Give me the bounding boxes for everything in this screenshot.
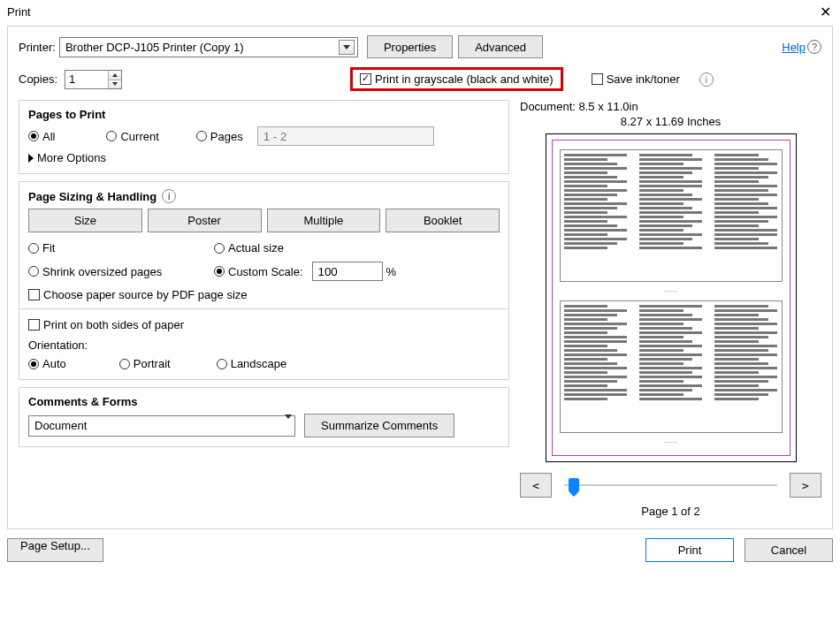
slider-thumb-icon[interactable]	[569, 478, 579, 492]
page-setup-button[interactable]: Page Setup...	[7, 538, 103, 562]
radio-all-label: All	[42, 130, 55, 143]
triangle-down-icon	[112, 82, 118, 86]
triangle-up-icon	[112, 73, 118, 77]
preview-caption-1: — — —	[560, 289, 783, 293]
mode-poster-button[interactable]: Poster	[148, 209, 262, 232]
print-button[interactable]: Print	[645, 538, 734, 562]
grayscale-highlight: Print in grayscale (black and white)	[350, 67, 563, 91]
info-icon[interactable]: i	[699, 72, 714, 87]
paper-dimensions-label: 8.27 x 11.69 Inches	[621, 115, 721, 128]
printer-selected-value: Brother DCP-J105 Printer (Copy 1)	[65, 41, 244, 54]
radio-orient-portrait[interactable]	[119, 359, 130, 369]
saveink-checkbox[interactable]	[592, 73, 603, 85]
radio-pages[interactable]	[196, 131, 207, 141]
print-preview: — — —	[546, 133, 797, 462]
preview-next-button[interactable]: >	[790, 473, 821, 498]
duplex-checkbox[interactable]	[28, 319, 40, 331]
mode-multiple-button[interactable]: Multiple	[267, 209, 381, 232]
orientation-label: Orientation:	[28, 338, 500, 352]
pages-to-print-panel: Pages to Print All Current Pages More Op…	[19, 100, 509, 174]
sizing-title: Page Sizing & Handling	[28, 190, 157, 203]
radio-pages-label: Pages	[210, 130, 243, 143]
radio-custom-scale[interactable]	[214, 266, 225, 277]
comments-selected-value: Document	[34, 419, 87, 432]
radio-actual-label: Actual size	[228, 241, 284, 255]
preview-column: Document: 8.5 x 11.0in 8.27 x 11.69 Inch…	[520, 100, 821, 518]
printer-label: Printer:	[19, 41, 56, 54]
radio-orient-landscape[interactable]	[217, 359, 227, 369]
mode-booklet-button[interactable]: Booklet	[386, 209, 500, 232]
summarize-comments-button[interactable]: Summarize Comments	[304, 414, 454, 437]
radio-current[interactable]	[106, 131, 117, 141]
radio-current-label: Current	[120, 130, 158, 143]
pages-to-print-title: Pages to Print	[28, 108, 500, 121]
radio-shrink-label: Shrink oversized pages	[42, 265, 162, 278]
dialog-title: Print	[7, 5, 31, 19]
copies-spin-down[interactable]	[109, 80, 121, 88]
radio-fit-label: Fit	[42, 241, 55, 255]
preview-caption-2: — — —	[560, 440, 783, 445]
radio-orient-portrait-label: Portrait	[134, 357, 171, 370]
scale-unit-label: %	[386, 265, 397, 278]
chevron-down-icon	[339, 40, 355, 55]
copies-field[interactable]	[65, 71, 108, 88]
radio-all[interactable]	[28, 131, 39, 141]
dialog-body: Printer: Brother DCP-J105 Printer (Copy …	[7, 26, 833, 529]
paper-source-label: Choose paper source by PDF page size	[43, 288, 248, 301]
printer-select[interactable]: Brother DCP-J105 Printer (Copy 1)	[59, 37, 358, 57]
radio-orient-auto[interactable]	[28, 359, 39, 369]
preview-slider[interactable]	[564, 484, 777, 486]
cancel-button[interactable]: Cancel	[745, 538, 833, 562]
radio-orient-landscape-label: Landscape	[231, 357, 287, 370]
radio-actual[interactable]	[214, 243, 225, 254]
saveink-label: Save ink/toner	[607, 72, 680, 86]
document-dimensions-label: Document: 8.5 x 11.0in	[520, 100, 638, 113]
copies-spin-up[interactable]	[109, 71, 121, 80]
comments-panel: Comments & Forms Document Summarize Comm…	[19, 387, 509, 447]
properties-button[interactable]: Properties	[367, 35, 453, 58]
sizing-panel: Page Sizing & Handling i Size Poster Mul…	[19, 181, 509, 380]
comments-title: Comments & Forms	[28, 395, 500, 408]
radio-orient-auto-label: Auto	[42, 357, 66, 370]
page-counter-label: Page 1 of 2	[641, 505, 700, 518]
preview-prev-button[interactable]: <	[520, 473, 552, 498]
grayscale-label: Print in grayscale (black and white)	[375, 72, 554, 86]
triangle-right-icon	[28, 154, 34, 163]
radio-custom-scale-label: Custom Scale:	[228, 265, 303, 278]
pages-range-input[interactable]	[257, 126, 434, 146]
grayscale-checkbox[interactable]	[360, 73, 371, 85]
custom-scale-input[interactable]	[312, 262, 383, 281]
mode-size-button[interactable]: Size	[28, 209, 142, 232]
copies-label: Copies:	[19, 72, 57, 86]
chevron-down-icon	[285, 419, 292, 432]
more-options-label: More Options	[37, 151, 106, 164]
paper-source-checkbox[interactable]	[28, 289, 40, 300]
copies-input[interactable]	[65, 70, 122, 89]
radio-fit[interactable]	[28, 243, 39, 254]
help-link[interactable]: Help	[782, 41, 806, 54]
sizing-info-icon[interactable]: i	[162, 189, 176, 203]
radio-shrink[interactable]	[28, 266, 39, 277]
help-icon[interactable]: ?	[807, 40, 821, 54]
comments-select[interactable]: Document	[28, 415, 295, 437]
duplex-label: Print on both sides of paper	[43, 318, 184, 331]
advanced-button[interactable]: Advanced	[458, 35, 543, 58]
more-options-toggle[interactable]: More Options	[28, 151, 500, 164]
close-icon[interactable]: ✕	[820, 4, 831, 20]
